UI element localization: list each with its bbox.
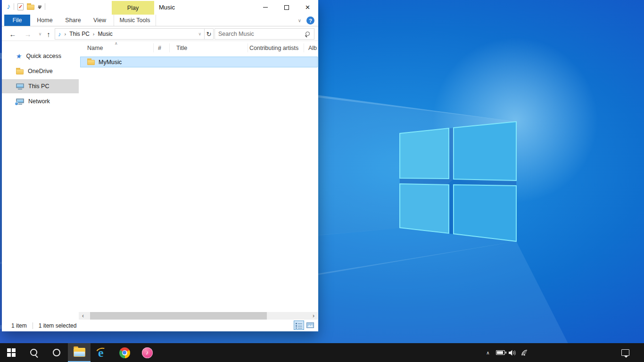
chrome-icon bbox=[119, 347, 130, 358]
refresh-button[interactable]: ↻ bbox=[205, 28, 214, 40]
breadcrumb-separator-icon: › bbox=[65, 31, 66, 37]
thumbnail-view-button[interactable] bbox=[305, 321, 315, 330]
tab-file[interactable]: File bbox=[4, 15, 30, 26]
column-header-contributing-artists[interactable]: Contributing artists bbox=[249, 45, 298, 51]
search-icon bbox=[29, 348, 39, 357]
windows-logo bbox=[400, 122, 516, 241]
search-input[interactable] bbox=[218, 31, 305, 37]
sidebar-item-label: Quick access bbox=[26, 53, 61, 59]
close-icon: × bbox=[305, 4, 310, 11]
taskbar: e ♪ ∧ bbox=[0, 343, 644, 362]
wifi-signal-icon bbox=[521, 350, 529, 356]
action-center-button[interactable] bbox=[616, 343, 635, 362]
file-row-mymusic[interactable]: MyMusic bbox=[80, 57, 318, 67]
sidebar-item-label: OneDrive bbox=[28, 68, 53, 74]
maximize-icon bbox=[284, 5, 289, 10]
cortana-icon bbox=[53, 349, 60, 356]
music-note-icon: ♪ bbox=[58, 31, 61, 38]
view-toggle bbox=[294, 321, 315, 330]
ribbon-tab-strip: File Home Share View Music Tools ∨ ? bbox=[2, 15, 318, 26]
column-divider[interactable] bbox=[248, 43, 248, 52]
column-divider[interactable] bbox=[169, 43, 170, 52]
start-button[interactable] bbox=[0, 343, 23, 362]
column-header-album[interactable]: Alb bbox=[308, 45, 317, 51]
ribbon-controls: ∨ ? bbox=[298, 15, 314, 26]
folder-icon bbox=[87, 60, 95, 65]
computer-icon bbox=[16, 83, 24, 90]
column-header-number[interactable]: # bbox=[158, 45, 161, 51]
separator bbox=[14, 3, 14, 10]
sidebar-item-label: Network bbox=[28, 98, 50, 105]
network-button[interactable] bbox=[519, 343, 531, 362]
battery-button[interactable] bbox=[494, 343, 506, 362]
properties-icon[interactable]: ✓ bbox=[17, 3, 24, 10]
help-icon[interactable]: ? bbox=[306, 16, 314, 25]
address-bar[interactable]: ♪ › This PC › Music ∨ bbox=[55, 28, 205, 40]
tab-view[interactable]: View bbox=[87, 15, 113, 26]
file-list-pane: ∧ Name # Title Contributing artists Alb … bbox=[79, 41, 318, 312]
taskbar-chrome-button[interactable] bbox=[113, 343, 136, 362]
star-icon: ★ bbox=[16, 52, 23, 60]
navigation-pane: ★ Quick access OneDrive This PC Network bbox=[2, 41, 79, 312]
search-icon[interactable] bbox=[305, 31, 311, 37]
column-headers: ∧ Name # Title Contributing artists Alb bbox=[79, 41, 318, 54]
scroll-right-icon[interactable]: › bbox=[310, 312, 317, 320]
up-button[interactable]: ↑ bbox=[43, 29, 54, 39]
scrollbar-thumb[interactable] bbox=[90, 312, 267, 320]
thumbnail-view-icon bbox=[306, 322, 314, 328]
separator bbox=[45, 3, 45, 10]
horizontal-scrollbar[interactable]: ‹ › bbox=[79, 312, 318, 320]
volume-button[interactable] bbox=[506, 343, 519, 362]
minimize-button[interactable] bbox=[255, 0, 276, 15]
scroll-left-icon[interactable]: ‹ bbox=[80, 312, 86, 320]
folder-icon bbox=[16, 69, 24, 74]
expand-ribbon-icon[interactable]: ∨ bbox=[298, 18, 301, 23]
volume-icon bbox=[509, 350, 517, 356]
column-header-name[interactable]: Name bbox=[87, 45, 103, 51]
column-divider[interactable] bbox=[304, 43, 304, 52]
sidebar-item-network[interactable]: Network bbox=[2, 94, 79, 108]
main-area: ★ Quick access OneDrive This PC Network … bbox=[2, 41, 318, 312]
close-button[interactable]: × bbox=[297, 0, 318, 15]
file-explorer-icon bbox=[74, 348, 85, 357]
maximize-button[interactable] bbox=[276, 0, 297, 15]
tab-share[interactable]: Share bbox=[59, 15, 87, 26]
chevron-up-icon: ∧ bbox=[486, 350, 489, 355]
search-box[interactable] bbox=[215, 28, 314, 40]
action-center-icon bbox=[621, 349, 629, 356]
sidebar-item-this-pc[interactable]: This PC bbox=[2, 79, 79, 93]
hidden-icons-button[interactable]: ∧ bbox=[482, 343, 494, 362]
forward-button[interactable]: → bbox=[23, 29, 33, 39]
back-button[interactable]: ← bbox=[8, 29, 18, 39]
details-view-button[interactable] bbox=[294, 321, 304, 330]
sidebar-item-onedrive[interactable]: OneDrive bbox=[2, 64, 79, 78]
tab-music-tools[interactable]: Music Tools bbox=[114, 15, 156, 26]
quick-access-toolbar: ♪ ✓ bbox=[7, 3, 45, 10]
tab-home[interactable]: Home bbox=[30, 15, 59, 26]
sidebar-item-quick-access[interactable]: ★ Quick access bbox=[2, 49, 79, 63]
status-bar: 1 item 1 item selected bbox=[2, 320, 318, 331]
separator bbox=[33, 322, 33, 329]
address-dropdown-icon[interactable]: ∨ bbox=[198, 32, 201, 36]
battery-icon bbox=[496, 350, 505, 355]
taskbar-file-explorer-button[interactable] bbox=[68, 343, 91, 362]
contextual-tab-play[interactable]: Play bbox=[112, 1, 154, 15]
network-icon bbox=[16, 99, 24, 105]
taskbar-search-button[interactable] bbox=[23, 343, 45, 362]
navigation-bar: ← → ∨ ↑ ♪ › This PC › Music ∨ ↻ bbox=[2, 26, 318, 41]
taskbar-internet-explorer-button[interactable]: e bbox=[91, 343, 113, 362]
taskbar-itunes-button[interactable]: ♪ bbox=[136, 343, 158, 362]
new-folder-icon[interactable] bbox=[27, 5, 34, 10]
breadcrumb-music[interactable]: Music bbox=[98, 31, 113, 37]
breadcrumb-this-pc[interactable]: This PC bbox=[69, 31, 90, 37]
selection-count: 1 item selected bbox=[39, 322, 77, 329]
customize-quick-access-icon[interactable] bbox=[38, 5, 41, 9]
sort-ascending-icon: ∧ bbox=[115, 41, 118, 46]
cortana-button[interactable] bbox=[45, 343, 68, 362]
internet-explorer-icon: e bbox=[96, 346, 108, 359]
column-divider[interactable] bbox=[153, 43, 154, 52]
sidebar-item-label: This PC bbox=[28, 83, 49, 90]
itunes-icon: ♪ bbox=[142, 347, 153, 358]
item-count: 1 item bbox=[11, 322, 27, 329]
column-header-title[interactable]: Title bbox=[176, 45, 187, 51]
